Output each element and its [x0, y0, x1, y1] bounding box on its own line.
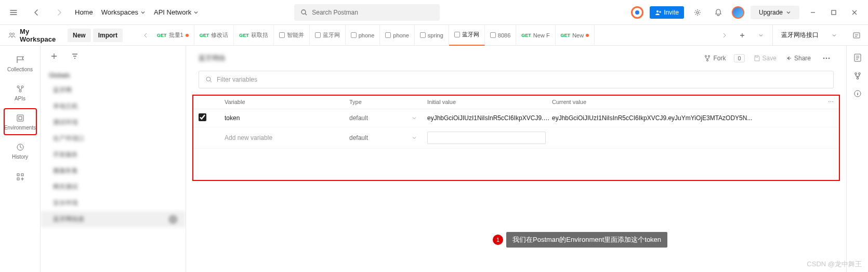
tab-options[interactable]	[754, 28, 768, 43]
new-tab-button[interactable]	[735, 28, 749, 43]
sidebar-env-item[interactable]: 安全环境	[41, 195, 186, 211]
nav-home[interactable]: Home	[75, 8, 93, 16]
invite-button[interactable]: Invite	[650, 6, 684, 19]
save-button[interactable]: Save	[753, 55, 777, 62]
workspace-label[interactable]: My Workspace New Import	[0, 28, 135, 43]
env-tab-icon	[279, 32, 285, 38]
add-env-button[interactable]	[47, 49, 61, 63]
filter-variables-input[interactable]: Filter variables	[199, 71, 834, 88]
chevron-down-icon	[193, 10, 199, 15]
tab-8[interactable]: 蓝牙网	[449, 25, 485, 46]
env-tab-icon	[490, 32, 496, 38]
header-variable: Variable	[225, 99, 349, 106]
environment-selector[interactable]: 蓝牙网络接口	[772, 25, 845, 46]
variable-current[interactable]: eyJhbGciOiJIUzI1NiIsInR5cCI6IkpXVCJ9.eyJ…	[552, 114, 818, 122]
svg-rect-7	[853, 33, 860, 38]
variable-initial[interactable]: eyJhbGciOiJIUzI1NiIsInR5cCI6IkpXVCJ9.e..…	[427, 114, 552, 122]
add-variable-placeholder[interactable]: Add new variable	[225, 134, 349, 141]
nav-api-network[interactable]: API Network	[154, 8, 199, 16]
sidebar-env-item[interactable]: 微服务集	[41, 163, 186, 179]
settings-icon[interactable]	[690, 5, 705, 20]
variable-name[interactable]: token	[225, 114, 349, 122]
new-button[interactable]: New	[68, 29, 91, 42]
rail-collections-label: Collections	[7, 67, 33, 72]
search-input[interactable]: Search Postman	[294, 4, 440, 21]
rail-collections[interactable]: Collections	[4, 50, 37, 77]
environments-sidebar: Globals 蓝牙网本地主机测试环境生产环境口开发服务微服务集网关测试安全环境…	[41, 46, 186, 272]
rail-environments[interactable]: Environments	[4, 108, 37, 135]
tab-0[interactable]: GET批量1	[152, 25, 194, 46]
search-icon	[300, 9, 308, 16]
tab-6[interactable]: phone	[380, 25, 415, 46]
add-initial-input[interactable]	[427, 132, 546, 144]
upgrade-button[interactable]: Upgrade	[751, 6, 799, 19]
variable-row[interactable]: tokendefaulteyJhbGciOiJIUzI1NiIsInR5cCI6…	[193, 109, 839, 127]
window-close[interactable]	[847, 5, 862, 20]
add-variable-row[interactable]: Add new variable default	[193, 127, 839, 149]
fork-button[interactable]: Fork	[704, 55, 726, 62]
grid-add-icon	[15, 172, 25, 182]
content-header: 蓝牙网络 Fork 0 Save Share	[186, 46, 846, 71]
more-options[interactable]	[819, 51, 834, 66]
sidebar-env-item[interactable]: 测试环境	[41, 114, 186, 131]
window-minimize[interactable]	[806, 5, 820, 20]
annotation-number: 1	[493, 235, 503, 245]
tab-method: GET	[239, 33, 249, 38]
nav-workspaces[interactable]: Workspaces	[101, 8, 146, 16]
svg-point-3	[696, 11, 699, 14]
variable-checkbox[interactable]	[199, 113, 206, 121]
sidebar-env-item[interactable]: 生产环境口	[41, 131, 186, 147]
watermark: CSDN @龙中舞王	[807, 260, 862, 269]
chevron-down-icon	[412, 115, 417, 121]
tab-scroll-right[interactable]	[718, 33, 731, 38]
hamburger-icon[interactable]	[6, 5, 21, 20]
share-button[interactable]: Share	[785, 55, 811, 62]
tab-3[interactable]: 智能并	[274, 25, 310, 46]
variable-type[interactable]: default	[349, 114, 368, 122]
forward-button[interactable]	[52, 5, 67, 20]
apis-icon	[15, 84, 25, 94]
tab-5[interactable]: phone	[346, 25, 380, 46]
window-maximize[interactable]	[826, 5, 841, 20]
avatar[interactable]	[732, 6, 744, 19]
add-type[interactable]: default	[349, 134, 368, 141]
context-docs-icon[interactable]	[853, 53, 862, 62]
svg-rect-12	[19, 116, 22, 120]
sidebar-env-item[interactable]: 开发服务	[41, 147, 186, 163]
sidebar-globals[interactable]: Globals	[41, 69, 186, 82]
tabs: GET批量1GET修改话GET获取括智能并蓝牙网phonephonespring…	[152, 25, 714, 46]
workspace-actions: New Import	[65, 29, 123, 42]
workspace-bar: My Workspace New Import GET批量1GET修改话GET获…	[0, 25, 868, 46]
sidebar-env-item[interactable]: 网关测试	[41, 179, 186, 195]
sidebar-env-item[interactable]: 本地主机	[41, 98, 186, 114]
rail-apis[interactable]: APIs	[4, 79, 37, 106]
tab-1[interactable]: GET修改话	[194, 25, 234, 46]
environment-quicklook-icon[interactable]	[849, 28, 864, 43]
back-button[interactable]	[29, 5, 44, 20]
tab-4[interactable]: 蓝牙网	[310, 25, 346, 46]
context-fork-icon[interactable]	[853, 72, 862, 80]
tab-9[interactable]: 8086	[485, 25, 516, 46]
unsaved-dot-icon	[186, 34, 189, 37]
sidebar-env-item[interactable]: 蓝牙网	[41, 82, 186, 98]
import-button[interactable]: Import	[93, 29, 123, 42]
sidebar-env-item[interactable]: 蓝牙网络接	[41, 211, 186, 227]
sidebar-toolbar	[41, 46, 186, 67]
context-info-icon[interactable]	[853, 89, 862, 98]
header-more-icon[interactable]: ⋯	[818, 99, 834, 106]
rail-more[interactable]	[4, 166, 37, 187]
env-tab-icon	[420, 32, 426, 38]
tab-11[interactable]: GETNew	[556, 25, 595, 46]
filter-env-button[interactable]	[68, 49, 82, 63]
chevron-down-icon	[786, 10, 791, 15]
tab-2[interactable]: GET获取括	[234, 25, 274, 46]
notifications-icon[interactable]	[711, 5, 726, 20]
tab-10[interactable]: GETNew F	[516, 25, 555, 46]
tab-scroll-left[interactable]	[139, 33, 152, 38]
tab-7[interactable]: spring	[415, 25, 449, 46]
sync-icon[interactable]	[631, 6, 643, 19]
tab-label: phone	[359, 32, 375, 38]
rail-history[interactable]: History	[4, 137, 37, 164]
header-initial: Initial value	[427, 99, 552, 106]
tab-label: New	[572, 32, 584, 38]
